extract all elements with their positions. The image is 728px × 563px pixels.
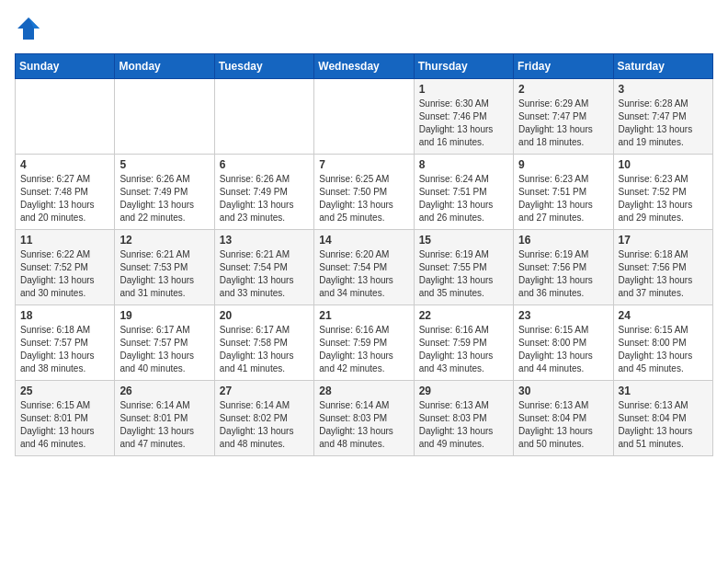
header-saturday: Saturday xyxy=(613,54,712,79)
day-info: Sunrise: 6:13 AM Sunset: 8:04 PM Dayligh… xyxy=(619,399,708,451)
day-number: 7 xyxy=(319,158,408,171)
day-number: 23 xyxy=(518,309,608,322)
day-info: Sunrise: 6:25 AM Sunset: 7:50 PM Dayligh… xyxy=(319,173,408,224)
day-info: Sunrise: 6:14 AM Sunset: 8:01 PM Dayligh… xyxy=(119,399,209,451)
day-info: Sunrise: 6:26 AM Sunset: 7:49 PM Dayligh… xyxy=(119,173,209,224)
day-info: Sunrise: 6:23 AM Sunset: 7:51 PM Dayligh… xyxy=(518,173,608,224)
calendar-cell: 4Sunrise: 6:27 AM Sunset: 7:48 PM Daylig… xyxy=(16,155,115,230)
day-info: Sunrise: 6:23 AM Sunset: 7:52 PM Dayligh… xyxy=(619,173,708,224)
calendar-table: SundayMondayTuesdayWednesdayThursdayFrid… xyxy=(15,53,713,456)
calendar-week-3: 11Sunrise: 6:22 AM Sunset: 7:52 PM Dayli… xyxy=(16,230,713,305)
day-info: Sunrise: 6:14 AM Sunset: 8:03 PM Dayligh… xyxy=(319,399,408,451)
day-number: 2 xyxy=(518,83,608,96)
day-number: 3 xyxy=(619,83,708,96)
day-info: Sunrise: 6:14 AM Sunset: 8:02 PM Dayligh… xyxy=(220,399,309,451)
day-info: Sunrise: 6:15 AM Sunset: 8:00 PM Dayligh… xyxy=(518,324,608,375)
day-number: 13 xyxy=(220,234,309,247)
calendar-cell: 13Sunrise: 6:21 AM Sunset: 7:54 PM Dayli… xyxy=(214,230,313,305)
calendar-cell xyxy=(314,79,414,155)
day-info: Sunrise: 6:13 AM Sunset: 8:03 PM Dayligh… xyxy=(419,399,508,451)
logo-icon xyxy=(15,15,42,42)
day-number: 4 xyxy=(20,158,109,171)
page-header xyxy=(15,15,713,42)
day-number: 17 xyxy=(619,234,708,247)
day-number: 18 xyxy=(20,309,109,322)
day-info: Sunrise: 6:22 AM Sunset: 7:52 PM Dayligh… xyxy=(20,248,109,300)
day-number: 30 xyxy=(518,385,608,397)
header-wednesday: Wednesday xyxy=(314,54,414,79)
day-info: Sunrise: 6:24 AM Sunset: 7:51 PM Dayligh… xyxy=(419,173,508,224)
day-number: 20 xyxy=(220,309,309,322)
day-info: Sunrise: 6:18 AM Sunset: 7:56 PM Dayligh… xyxy=(619,248,708,300)
day-number: 31 xyxy=(619,385,708,397)
day-number: 21 xyxy=(319,309,408,322)
calendar-cell: 12Sunrise: 6:21 AM Sunset: 7:53 PM Dayli… xyxy=(115,230,214,305)
calendar-cell: 9Sunrise: 6:23 AM Sunset: 7:51 PM Daylig… xyxy=(514,155,613,230)
header-thursday: Thursday xyxy=(414,54,513,79)
calendar-header-row: SundayMondayTuesdayWednesdayThursdayFrid… xyxy=(16,54,713,79)
calendar-week-1: 1Sunrise: 6:30 AM Sunset: 7:46 PM Daylig… xyxy=(16,79,713,155)
day-number: 6 xyxy=(220,158,309,171)
calendar-cell: 1Sunrise: 6:30 AM Sunset: 7:46 PM Daylig… xyxy=(414,79,513,155)
day-number: 19 xyxy=(119,309,209,322)
calendar-cell xyxy=(214,79,313,155)
day-info: Sunrise: 6:17 AM Sunset: 7:58 PM Dayligh… xyxy=(220,324,309,375)
calendar-cell: 21Sunrise: 6:16 AM Sunset: 7:59 PM Dayli… xyxy=(314,305,414,381)
day-number: 27 xyxy=(220,385,309,397)
calendar-week-4: 18Sunrise: 6:18 AM Sunset: 7:57 PM Dayli… xyxy=(16,305,713,381)
calendar-cell: 8Sunrise: 6:24 AM Sunset: 7:51 PM Daylig… xyxy=(414,155,513,230)
day-number: 24 xyxy=(619,309,708,322)
calendar-cell: 18Sunrise: 6:18 AM Sunset: 7:57 PM Dayli… xyxy=(16,305,115,381)
calendar-cell: 24Sunrise: 6:15 AM Sunset: 8:00 PM Dayli… xyxy=(613,305,712,381)
day-number: 29 xyxy=(419,385,508,397)
calendar-cell: 10Sunrise: 6:23 AM Sunset: 7:52 PM Dayli… xyxy=(613,155,712,230)
calendar-cell: 16Sunrise: 6:19 AM Sunset: 7:56 PM Dayli… xyxy=(514,230,613,305)
calendar-cell: 5Sunrise: 6:26 AM Sunset: 7:49 PM Daylig… xyxy=(115,155,214,230)
calendar-cell: 22Sunrise: 6:16 AM Sunset: 7:59 PM Dayli… xyxy=(414,305,513,381)
day-info: Sunrise: 6:28 AM Sunset: 7:47 PM Dayligh… xyxy=(619,98,708,149)
calendar-week-5: 25Sunrise: 6:15 AM Sunset: 8:01 PM Dayli… xyxy=(16,381,713,456)
calendar-cell: 11Sunrise: 6:22 AM Sunset: 7:52 PM Dayli… xyxy=(16,230,115,305)
calendar-cell xyxy=(16,79,115,155)
calendar-cell: 31Sunrise: 6:13 AM Sunset: 8:04 PM Dayli… xyxy=(613,381,712,456)
day-info: Sunrise: 6:17 AM Sunset: 7:57 PM Dayligh… xyxy=(119,324,209,375)
day-number: 22 xyxy=(419,309,508,322)
day-info: Sunrise: 6:21 AM Sunset: 7:54 PM Dayligh… xyxy=(220,248,309,300)
day-number: 25 xyxy=(20,385,109,397)
header-sunday: Sunday xyxy=(16,54,115,79)
calendar-cell: 19Sunrise: 6:17 AM Sunset: 7:57 PM Dayli… xyxy=(115,305,214,381)
calendar-cell: 30Sunrise: 6:13 AM Sunset: 8:04 PM Dayli… xyxy=(514,381,613,456)
day-number: 12 xyxy=(119,234,209,247)
day-number: 8 xyxy=(419,158,508,171)
calendar-cell: 2Sunrise: 6:29 AM Sunset: 7:47 PM Daylig… xyxy=(514,79,613,155)
calendar-cell: 25Sunrise: 6:15 AM Sunset: 8:01 PM Dayli… xyxy=(16,381,115,456)
day-number: 11 xyxy=(20,234,109,247)
day-number: 15 xyxy=(419,234,508,247)
day-info: Sunrise: 6:20 AM Sunset: 7:54 PM Dayligh… xyxy=(319,248,408,300)
day-number: 28 xyxy=(319,385,408,397)
calendar-cell: 17Sunrise: 6:18 AM Sunset: 7:56 PM Dayli… xyxy=(613,230,712,305)
calendar-cell: 7Sunrise: 6:25 AM Sunset: 7:50 PM Daylig… xyxy=(314,155,414,230)
calendar-cell: 27Sunrise: 6:14 AM Sunset: 8:02 PM Dayli… xyxy=(214,381,313,456)
day-number: 1 xyxy=(419,83,508,96)
day-number: 16 xyxy=(518,234,608,247)
day-info: Sunrise: 6:16 AM Sunset: 7:59 PM Dayligh… xyxy=(419,324,508,375)
calendar-cell: 28Sunrise: 6:14 AM Sunset: 8:03 PM Dayli… xyxy=(314,381,414,456)
day-info: Sunrise: 6:29 AM Sunset: 7:47 PM Dayligh… xyxy=(518,98,608,149)
day-number: 9 xyxy=(518,158,608,171)
header-monday: Monday xyxy=(115,54,214,79)
calendar-cell xyxy=(115,79,214,155)
day-info: Sunrise: 6:30 AM Sunset: 7:46 PM Dayligh… xyxy=(419,98,508,149)
calendar-cell: 29Sunrise: 6:13 AM Sunset: 8:03 PM Dayli… xyxy=(414,381,513,456)
header-friday: Friday xyxy=(514,54,613,79)
day-number: 26 xyxy=(119,385,209,397)
calendar-cell: 26Sunrise: 6:14 AM Sunset: 8:01 PM Dayli… xyxy=(115,381,214,456)
day-number: 14 xyxy=(319,234,408,247)
day-number: 5 xyxy=(119,158,209,171)
calendar-week-2: 4Sunrise: 6:27 AM Sunset: 7:48 PM Daylig… xyxy=(16,155,713,230)
day-info: Sunrise: 6:19 AM Sunset: 7:56 PM Dayligh… xyxy=(518,248,608,300)
day-info: Sunrise: 6:27 AM Sunset: 7:48 PM Dayligh… xyxy=(20,173,109,224)
day-info: Sunrise: 6:21 AM Sunset: 7:53 PM Dayligh… xyxy=(119,248,209,300)
day-number: 10 xyxy=(619,158,708,171)
calendar-cell: 3Sunrise: 6:28 AM Sunset: 7:47 PM Daylig… xyxy=(613,79,712,155)
